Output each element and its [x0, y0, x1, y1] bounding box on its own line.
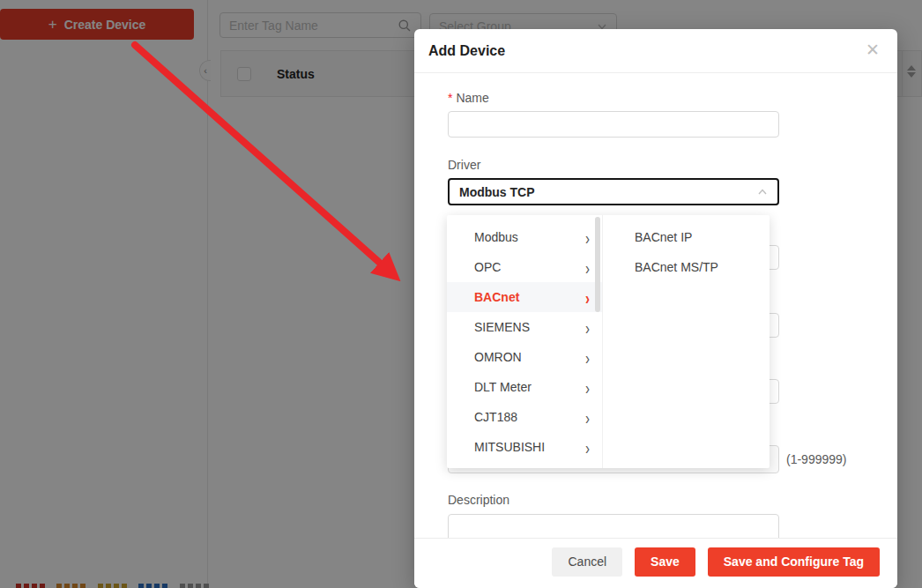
modal-title: Add Device	[428, 43, 505, 59]
name-label: *Name	[448, 91, 489, 105]
modal-footer: Cancel Save Save and Configure Tag	[414, 538, 897, 588]
required-asterisk: *	[448, 91, 452, 105]
chevron-right-icon: ›	[585, 258, 590, 276]
description-label: Description	[448, 493, 509, 507]
driver-label: Driver	[448, 158, 480, 172]
menu-item-omron[interactable]: OMRON ›	[447, 342, 602, 372]
menu-item-mitsubishi[interactable]: MITSUBISHI ›	[447, 432, 602, 462]
range-hint: (1-999999)	[786, 452, 847, 466]
chevron-right-icon: ›	[585, 228, 590, 246]
chevron-right-icon: ›	[585, 348, 590, 366]
screen: + Create Device ‹ Enter Tag Name	[0, 0, 922, 588]
chevron-right-icon: ›	[585, 438, 590, 456]
menu-item-opc[interactable]: OPC ›	[447, 252, 602, 282]
driver-select[interactable]: Modbus TCP	[448, 178, 779, 205]
menu-item-siemens[interactable]: SIEMENS ›	[447, 312, 602, 342]
chevron-right-icon: ›	[585, 378, 590, 396]
submenu-item-bacnet-ip[interactable]: BACnet IP	[603, 222, 770, 252]
chevron-up-icon	[757, 187, 768, 197]
driver-cascader-dropdown: Modbus › OPC › BACnet › SIEMENS › OMRON …	[447, 215, 770, 468]
chevron-right-icon: ›	[585, 288, 590, 306]
chevron-right-icon: ›	[585, 318, 590, 336]
driver-select-value: Modbus TCP	[459, 185, 535, 199]
save-and-configure-tag-button[interactable]: Save and Configure Tag	[708, 547, 880, 577]
menu-item-dlt-meter[interactable]: DLT Meter ›	[447, 372, 602, 402]
cancel-button[interactable]: Cancel	[552, 547, 622, 577]
submenu-item-bacnet-mstp[interactable]: BACnet MS/TP	[603, 252, 770, 282]
dropdown-scrollbar[interactable]	[595, 217, 600, 312]
driver-submenu-panel: BACnet IP BACnet MS/TP	[602, 215, 770, 468]
close-icon[interactable]: ✕	[866, 41, 880, 58]
driver-menu-panel: Modbus › OPC › BACnet › SIEMENS › OMRON …	[447, 215, 602, 468]
menu-item-cjt188[interactable]: CJT188 ›	[447, 402, 602, 432]
name-input[interactable]	[448, 111, 779, 138]
modal-header: Add Device ✕	[414, 29, 897, 73]
menu-item-modbus[interactable]: Modbus ›	[447, 222, 602, 252]
save-button[interactable]: Save	[635, 547, 695, 577]
chevron-right-icon: ›	[585, 408, 590, 426]
menu-item-bacnet[interactable]: BACnet ›	[447, 282, 602, 312]
